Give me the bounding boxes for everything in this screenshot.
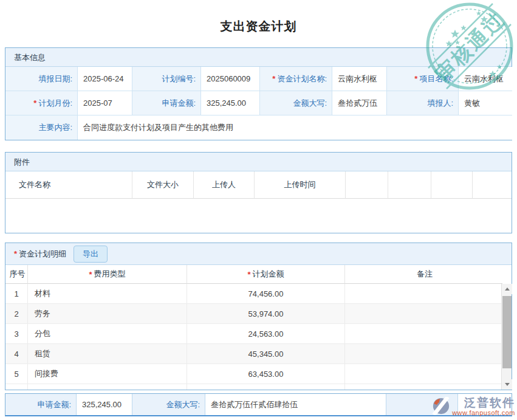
triangle-down-icon <box>505 383 510 386</box>
col-file-size: 文件大小 <box>132 171 194 199</box>
footer-amount-label: 申请金额: <box>5 394 77 415</box>
attachments-empty-body <box>5 199 512 233</box>
page-title: 支出资金计划 <box>0 18 517 35</box>
export-button[interactable]: 导出 <box>74 246 108 263</box>
row-plan-amount: 53,974.00 <box>187 304 345 324</box>
field-label-project-name: *项目名称: <box>387 67 459 91</box>
row-plan-amount: 63,453.00 <box>187 364 345 384</box>
row-note <box>345 304 502 324</box>
row-plan-amount: 45,345.00 <box>187 344 345 364</box>
col-file-name: 文件名称 <box>5 171 132 199</box>
field-label-plan-no: 计划编号: <box>132 67 201 91</box>
basic-info-header: 基本信息 <box>5 48 512 67</box>
field-label-fill-date: 填报日期: <box>5 67 78 91</box>
col-empty-4 <box>473 171 512 199</box>
col-note: 备注 <box>345 265 502 284</box>
basic-info-panel: 基本信息 填报日期: 2025-06-24 计划编号: 2025060009 *… <box>5 47 512 140</box>
col-upload-time: 上传时间 <box>255 171 346 199</box>
row-note <box>345 324 502 344</box>
scroll-up-button[interactable] <box>502 284 512 294</box>
triangle-up-icon <box>505 287 510 291</box>
basic-info-table: 填报日期: 2025-06-24 计划编号: 2025060009 *资金计划名… <box>5 67 512 140</box>
detail-section-header: * 资金计划明细 导出 <box>5 243 512 265</box>
footer-amount-value: 325,245.00 <box>77 394 132 415</box>
field-value-plan-no: 2025060009 <box>201 67 260 91</box>
row-partial <box>187 384 345 390</box>
col-fee-type: *费用类型 <box>28 265 187 284</box>
fund-plan-detail-panel: * 资金计划明细 导出 序号 *费用类型 *计划金额 备注 1 材料 74,45… <box>5 243 512 390</box>
detail-table: 序号 *费用类型 *计划金额 备注 1 材料 74,456.00 2 劳务 53… <box>5 265 501 390</box>
fanpu-logo-icon <box>432 397 450 415</box>
row-partial <box>345 384 502 390</box>
attachments-table-header: 文件名称 文件大小 上传人 上传时间 <box>5 171 512 199</box>
field-value-fund-plan-name: 云南水利枢 <box>332 67 387 91</box>
field-label-fund-plan-name: *资金计划名称: <box>260 67 332 91</box>
row-note <box>345 364 502 384</box>
attachments-header: 附件 <box>5 153 512 171</box>
row-fee-type: 间接费 <box>28 364 187 384</box>
vendor-name: 泛普软件 <box>464 397 515 409</box>
row-fee-type: 租赁 <box>28 344 187 364</box>
scrollbar-thumb[interactable] <box>502 296 512 368</box>
row-plan-amount: 24,563.00 <box>187 324 345 344</box>
field-value-reporter: 黄敏 <box>459 91 512 115</box>
row-note <box>345 344 502 364</box>
detail-scrollbar[interactable] <box>501 284 512 390</box>
footer-caps-value: 叁拾贰万伍仟贰佰肆拾伍 <box>205 394 386 415</box>
scroll-down-button[interactable] <box>502 379 512 390</box>
field-label-reporter: 填报人: <box>387 91 459 115</box>
footer-caps-label: 金额大写: <box>132 394 205 415</box>
vendor-website: www.fanpusoft.com <box>452 409 515 416</box>
basic-info-title: 基本信息 <box>14 48 46 67</box>
row-seq: 1 <box>5 284 28 304</box>
field-value-apply-amount: 325,245.00 <box>201 91 260 115</box>
field-label-plan-month: *计划月份: <box>5 91 78 115</box>
row-seq: 2 <box>5 304 28 324</box>
col-empty-2 <box>388 171 431 199</box>
row-seq: 5 <box>5 364 28 384</box>
col-empty-1 <box>346 171 388 199</box>
field-value-project-name: 云南水利枢 <box>459 67 512 91</box>
field-value-amount-caps: 叁拾贰万伍 <box>332 91 387 115</box>
col-seq: 序号 <box>5 265 28 284</box>
row-partial <box>28 384 187 390</box>
col-plan-amount: *计划金额 <box>187 265 345 284</box>
attachments-title: 附件 <box>14 153 30 171</box>
row-partial <box>5 384 28 390</box>
row-note <box>345 284 502 304</box>
row-seq: 4 <box>5 344 28 364</box>
detail-title: 资金计划明细 <box>19 249 66 260</box>
col-empty-3 <box>431 171 473 199</box>
field-label-apply-amount: 申请金额: <box>132 91 201 115</box>
row-fee-type: 劳务 <box>28 304 187 324</box>
row-fee-type: 分包 <box>28 324 187 344</box>
vendor-logo: 泛普软件 www.fanpusoft.com <box>432 397 515 416</box>
field-label-amount-caps: 金额大写: <box>260 91 332 115</box>
field-value-fill-date: 2025-06-24 <box>78 67 132 91</box>
row-plan-amount: 74,456.00 <box>187 284 345 304</box>
col-uploader: 上传人 <box>194 171 255 199</box>
row-fee-type: 材料 <box>28 284 187 304</box>
field-value-plan-month: 2025-07 <box>78 91 132 115</box>
field-label-main-content: 主要内容: <box>5 115 78 140</box>
row-seq: 3 <box>5 324 28 344</box>
attachments-panel: 附件 文件名称 文件大小 上传人 上传时间 <box>5 152 512 233</box>
field-value-main-content: 合同进度款支付计划及项目产生的其他费用 <box>78 115 512 140</box>
